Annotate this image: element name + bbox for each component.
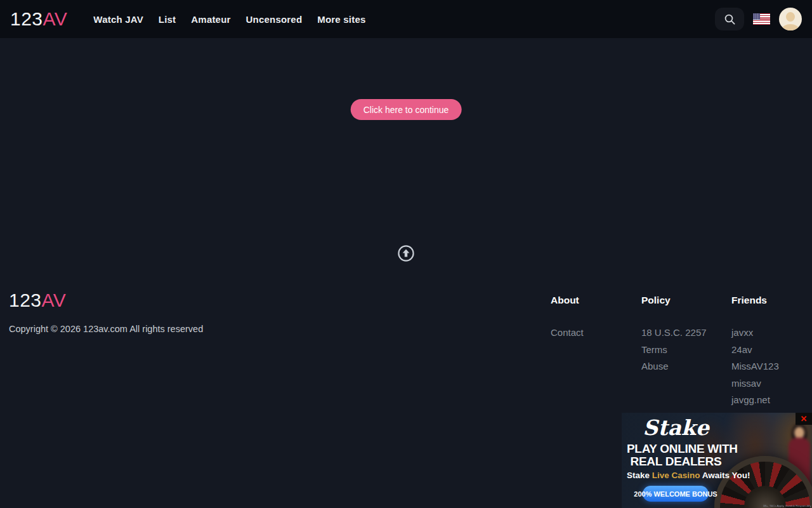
back-to-top-button[interactable] [397,244,415,262]
footer-link-missav123[interactable]: MissAV123 [731,358,779,375]
search-button[interactable] [715,8,744,30]
nav-item-list[interactable]: List [159,14,176,25]
site-logo[interactable]: 123AV [10,8,67,30]
ad-headline: PLAY ONLINE WITH REAL DEALERS [627,443,725,467]
footer-link-item: javgg.net [731,392,779,409]
avatar-head [786,12,795,22]
ad-headline-line2: REAL DEALERS [627,455,725,468]
main-nav: Watch JAVListAmateurUncensoredMore sites [93,14,365,25]
footer-link-18-u-s-c-2257[interactable]: 18 U.S.C. 2257 [641,324,707,342]
footer-link-list: 18 U.S.C. 2257TermsAbuse [641,324,707,375]
nav-item-uncensored[interactable]: Uncensored [246,14,303,25]
ad-headline-line1: PLAY ONLINE WITH [627,443,725,455]
footer-logo-suffix: AV [42,290,67,311]
footer-link-javxx[interactable]: javxx [731,324,779,342]
arrow-up-circle-icon [397,244,415,262]
ad-cta-button[interactable]: 200% WELCOME BONUS [643,486,709,502]
ad-disclaimer: 18+, T&Cs Apply, Gamble Responsibly [763,504,811,507]
ad-banner-stake[interactable]: Stake PLAY ONLINE WITH REAL DEALERS Stak… [622,413,812,508]
flag-canton [753,13,760,20]
navbar: 123AV Watch JAVListAmateurUncensoredMore… [0,0,812,38]
footer-column-about: AboutContact [551,294,584,342]
footer-link-item: Abuse [641,358,707,375]
footer-link-missav[interactable]: missav [731,375,779,392]
footer-link-item: javxx [731,324,779,342]
ad-subline-suffix: Awaits You! [700,471,750,480]
ad-subline: Stake Live Casino Awaits You! [627,471,725,480]
search-icon [724,13,736,25]
user-avatar[interactable] [779,8,802,30]
footer-link-terms[interactable]: Terms [641,342,707,359]
footer-link-24av[interactable]: 24av [731,342,779,359]
logo-suffix: AV [43,8,68,29]
footer-link-contact[interactable]: Contact [551,324,584,342]
avatar-shoulders [782,24,799,30]
footer-link-list: javxx24avMissAV123missavjavgg.netSupjav [731,324,779,426]
footer-link-item: Contact [551,324,584,342]
footer-logo-prefix: 123 [9,290,42,311]
navbar-right [715,8,802,30]
ad-subline-prefix: Stake [627,471,652,480]
footer-link-abuse[interactable]: Abuse [641,358,707,375]
footer-link-item: MissAV123 [731,358,779,375]
nav-item-more-sites[interactable]: More sites [317,14,365,25]
footer-column-title: Friends [731,294,779,306]
footer-logo[interactable]: 123AV [9,290,66,311]
page: { "brand": { "name_prefix": "123", "name… [0,0,812,508]
footer-link-item: 18 U.S.C. 2257 [641,324,707,342]
ad-brand-logo: Stake [627,415,725,441]
footer-column-policy: Policy18 U.S.C. 2257TermsAbuse [641,294,707,375]
footer-link-item: Terms [641,342,707,359]
footer-link-item: 24av [731,342,779,359]
ad-close-button[interactable]: ✕ [796,413,812,425]
footer-link-javgg-net[interactable]: javgg.net [731,392,779,409]
ad-content: Stake PLAY ONLINE WITH REAL DEALERS Stak… [627,415,725,480]
footer-link-list: Contact [551,324,584,342]
footer-column-title: Policy [641,294,707,306]
footer-link-item: missav [731,375,779,392]
language-flag-us-icon[interactable] [753,13,770,25]
copyright-text: Copyright © 2026 123av.com All rights re… [9,324,203,334]
nav-item-watch-jav[interactable]: Watch JAV [93,14,143,25]
continue-button[interactable]: Click here to continue [351,99,462,120]
nav-item-amateur[interactable]: Amateur [191,14,230,25]
footer-column-friends: Friendsjavxx24avMissAV123missavjavgg.net… [731,294,779,426]
ad-subline-highlight: Live Casino [652,471,700,480]
footer-column-title: About [551,294,584,306]
logo-prefix: 123 [10,8,43,29]
